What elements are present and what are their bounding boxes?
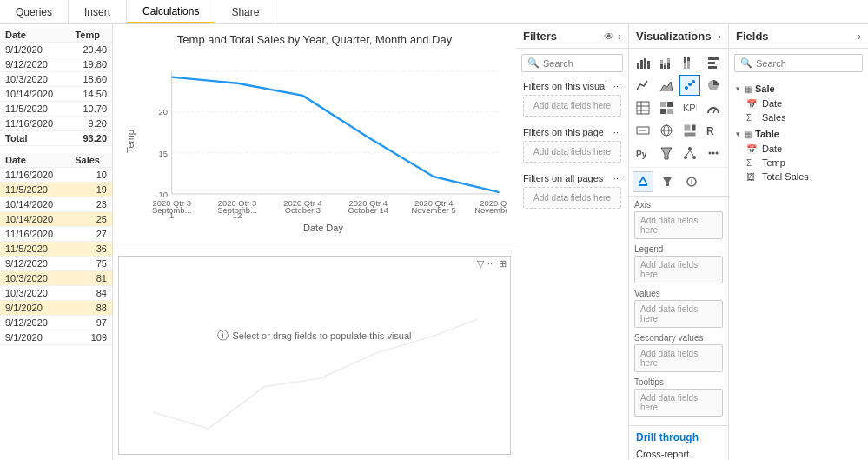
- viz-card-icon[interactable]: [633, 120, 653, 141]
- field-item[interactable]: 📅 Date: [729, 142, 868, 156]
- viz-stacked-bar-icon[interactable]: [656, 52, 677, 73]
- fields-search-box[interactable]: 🔍: [734, 54, 863, 72]
- table1-date-header: Date: [0, 28, 70, 43]
- svg-text:Py: Py: [636, 150, 647, 159]
- field-group-header[interactable]: ▾ ▦ Sale: [729, 81, 868, 97]
- prop-tooltips-drop[interactable]: Add data fields here: [634, 389, 723, 417]
- axis-analytics-icon[interactable]: [681, 171, 702, 192]
- filter-all-more-icon[interactable]: ···: [613, 173, 621, 183]
- field-item-label: Temp: [762, 157, 785, 168]
- viz-matrix-icon[interactable]: [656, 97, 677, 118]
- prop-axis-drop[interactable]: Add data fields here: [634, 211, 723, 239]
- viz-area-icon[interactable]: [656, 75, 677, 96]
- viz-gauge-icon[interactable]: [703, 97, 724, 118]
- field-item[interactable]: 🖼 Total Sales: [729, 170, 868, 183]
- filter-drop-zone-all[interactable]: Add data fields here: [523, 187, 621, 209]
- filters-eye-icon[interactable]: 👁: [604, 30, 614, 43]
- table2-sales-cell: 88: [70, 301, 112, 316]
- table1-date-cell: 9/12/2020: [0, 57, 70, 72]
- svg-text:12: 12: [233, 210, 242, 220]
- filters-search-input[interactable]: [543, 58, 614, 69]
- viz-horiz-bar-icon[interactable]: [703, 52, 724, 73]
- filters-search-box[interactable]: 🔍: [521, 54, 623, 72]
- filter-page-more-icon[interactable]: ···: [613, 127, 621, 137]
- viz-decomp-icon[interactable]: [679, 143, 700, 163]
- fields-title: Fields: [736, 30, 769, 43]
- table-row: 11/5/202036: [0, 242, 112, 257]
- top-nav: Queries Insert Calculations Share: [0, 0, 868, 24]
- svg-line-69: [690, 150, 693, 156]
- viz-funnel-icon[interactable]: [656, 143, 677, 163]
- table2-date-cell: 11/5/2020: [0, 183, 70, 197]
- viz-panel: Visualizations › KPI R Py: [629, 24, 729, 460]
- svg-rect-73: [639, 184, 647, 186]
- field-group: ▾ ▦ Sale 📅 Date Σ Sales: [729, 81, 868, 124]
- filter-more-icon[interactable]: ···: [613, 81, 621, 91]
- field-item-label: Date: [762, 143, 782, 154]
- viz-py-icon[interactable]: Py: [633, 143, 653, 163]
- field-group-header[interactable]: ▾ ▦ Table: [729, 126, 868, 142]
- chart-area: Temp and Total Sales by Year, Quarter, M…: [113, 24, 516, 250]
- viz-pie-icon[interactable]: [703, 75, 724, 96]
- viz-table-icon[interactable]: [633, 97, 653, 118]
- filter-drop-zone-page[interactable]: Add data fields here: [523, 141, 621, 163]
- viz-title: Visualizations: [636, 30, 711, 43]
- filters-chevron-icon[interactable]: ›: [618, 30, 621, 43]
- tab-queries[interactable]: Queries: [0, 0, 69, 23]
- expand-icon[interactable]: ⊞: [499, 258, 507, 270]
- viz-scatter-icon[interactable]: [679, 75, 700, 96]
- svg-point-67: [692, 156, 696, 159]
- axis-filter-icon[interactable]: [657, 171, 678, 192]
- prop-tooltips-label: Tooltips: [634, 377, 723, 387]
- table2-date-cell: 10/14/2020: [0, 212, 70, 227]
- viz-line-icon[interactable]: [633, 75, 653, 96]
- viz-100-bar-icon[interactable]: [679, 52, 700, 73]
- filter-section-page-title: Filters on this page ···: [523, 127, 621, 137]
- viz-chevron-icon[interactable]: ›: [718, 30, 721, 43]
- table2-sales-cell: 36: [70, 242, 112, 257]
- field-item[interactable]: Σ Sales: [729, 110, 868, 124]
- x-axis-label: Date Day: [139, 223, 507, 233]
- tab-calculations[interactable]: Calculations: [127, 0, 215, 23]
- ellipsis-icon[interactable]: ···: [487, 258, 495, 270]
- table2-sales-cell: 75: [70, 257, 112, 271]
- viz-bar-chart-icon[interactable]: [633, 52, 653, 73]
- viz-properties: Axis Add data fields here Legend Add dat…: [629, 196, 728, 425]
- viz-r-icon[interactable]: R: [703, 120, 724, 141]
- viz-map-icon[interactable]: [656, 120, 677, 141]
- svg-text:10: 10: [159, 190, 168, 199]
- table2-date-cell: 10/14/2020: [0, 197, 70, 212]
- field-item[interactable]: Σ Temp: [729, 156, 868, 170]
- fields-search-input[interactable]: [756, 58, 849, 69]
- second-visual[interactable]: ▽ ··· ⊞ ⓘ Select or drag fields to popul…: [118, 256, 511, 455]
- field-item-label: Sales: [762, 112, 786, 123]
- tab-share[interactable]: Share: [215, 0, 275, 23]
- viz-ellipsis-icon[interactable]: [703, 143, 724, 163]
- prop-values-drop[interactable]: Add data fields here: [634, 300, 723, 328]
- filter-section-visual: Filters on this visual ··· Add data fiel…: [516, 77, 628, 123]
- prop-legend-drop[interactable]: Add data fields here: [634, 256, 723, 283]
- table-row: 9/1/202088: [0, 301, 112, 316]
- svg-rect-35: [687, 61, 690, 69]
- svg-rect-50: [660, 109, 666, 114]
- tab-insert[interactable]: Insert: [69, 0, 127, 23]
- table2-sales-cell: 27: [70, 227, 112, 242]
- svg-rect-48: [660, 102, 666, 107]
- field-item[interactable]: 📅 Date: [729, 97, 868, 110]
- y-axis-label: Temp: [122, 50, 139, 233]
- axis-paint-icon[interactable]: [633, 171, 653, 192]
- filter-icon[interactable]: ▽: [477, 258, 484, 270]
- prop-values-label: Values: [634, 289, 723, 298]
- svg-rect-38: [708, 66, 717, 69]
- viz-icon-grid: KPI R Py: [629, 49, 728, 167]
- prop-secondary-drop[interactable]: Add data fields here: [634, 344, 723, 372]
- filter-section-visual-title: Filters on this visual ···: [523, 81, 621, 91]
- table2-date-cell: 11/5/2020: [0, 242, 70, 257]
- table1-date-cell: 9/1/2020: [0, 43, 70, 57]
- fields-chevron-icon[interactable]: ›: [858, 30, 861, 43]
- viz-kpi-icon[interactable]: KPI: [679, 97, 700, 118]
- svg-rect-37: [708, 62, 715, 64]
- filter-drop-zone-visual[interactable]: Add data fields here: [523, 95, 621, 117]
- table2-sales-cell: 19: [70, 183, 112, 197]
- viz-treemap-icon[interactable]: [679, 120, 700, 141]
